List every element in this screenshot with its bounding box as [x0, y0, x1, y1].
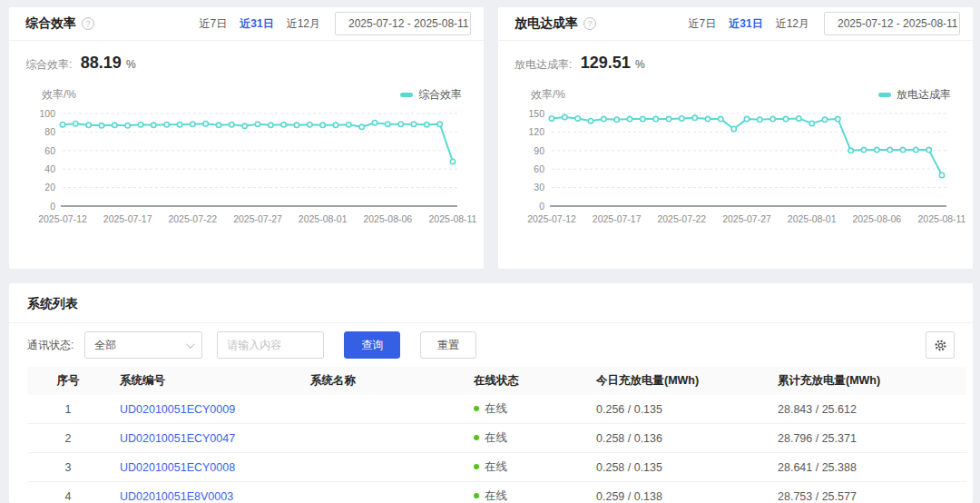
chart-cards-row: 综合效率 ? 近7日 近31日 近12月 2025-07-12 - 2025-0…	[9, 7, 973, 269]
system-list-title: 系统列表	[27, 296, 78, 311]
help-icon[interactable]: ?	[82, 17, 94, 30]
stat-label: 放电达成率:	[514, 58, 572, 71]
system-list-title-row: 系统列表	[9, 283, 973, 323]
svg-text:2025-07-27: 2025-07-27	[233, 213, 282, 224]
system-code-link[interactable]: UD02010051ECY0009	[120, 403, 235, 416]
efficiency-stat-line: 综合效率: 88.19 %	[9, 41, 484, 76]
discharge-legend-item[interactable]: 放电达成率	[878, 87, 951, 103]
column-header: 系统编号	[109, 367, 299, 395]
tab-last-7-days[interactable]: 近7日	[200, 16, 228, 32]
system-code-link[interactable]: UD02010051ECY0008	[120, 461, 235, 474]
tab-last-12-months[interactable]: 近12月	[287, 16, 320, 32]
svg-text:2025-08-06: 2025-08-06	[363, 213, 412, 224]
efficiency-card: 综合效率 ? 近7日 近31日 近12月 2025-07-12 - 2025-0…	[9, 7, 484, 269]
legend-label: 综合效率	[418, 87, 462, 103]
svg-text:100: 100	[39, 108, 55, 119]
efficiency-card-title: 综合效率	[25, 15, 76, 32]
system-code-cell: UD02010051ECY0009	[109, 395, 299, 424]
system-table: 序号系统编号系统名称在线状态今日充放电量(MWh)累计充放电量(MWh) 1UD…	[27, 367, 966, 503]
row-index: 3	[27, 453, 109, 482]
svg-text:2025-08-11: 2025-08-11	[918, 213, 966, 224]
svg-text:40: 40	[44, 163, 55, 174]
today-energy-cell: 0.258 / 0.136	[585, 424, 767, 453]
tab-last-31-days[interactable]: 近31日	[240, 16, 273, 32]
svg-text:2025-07-17: 2025-07-17	[593, 213, 642, 224]
discharge-card-header: 放电达成率 ? 近7日 近31日 近12月 2025-07-12 - 2025-…	[498, 7, 973, 41]
svg-text:30: 30	[534, 182, 544, 192]
svg-text:2025-08-01: 2025-08-01	[788, 213, 837, 224]
system-code-link[interactable]: UD02010051E8V0003	[120, 490, 233, 503]
stat-unit: %	[635, 58, 645, 71]
comm-status-label: 通讯状态:	[27, 338, 74, 353]
stat-value: 88.19	[81, 54, 122, 72]
today-energy-cell: 0.259 / 0.138	[585, 482, 767, 503]
system-table-header-row: 序号系统编号系统名称在线状态今日充放电量(MWh)累计充放电量(MWh)	[27, 367, 966, 395]
system-name-cell	[299, 424, 463, 453]
help-icon[interactable]: ?	[583, 17, 596, 30]
column-header: 系统名称	[299, 367, 463, 395]
system-table-body: 1UD02010051ECY0009在线0.256 / 0.13528.843 …	[27, 395, 966, 503]
svg-text:2025-07-22: 2025-07-22	[657, 213, 706, 224]
online-status-dot	[474, 464, 479, 469]
column-header: 累计充放电量(MWh)	[767, 367, 966, 395]
svg-text:2025-08-11: 2025-08-11	[429, 213, 477, 224]
online-status-dot	[474, 406, 479, 411]
discharge-range-tabs: 近7日 近31日 近12月	[689, 16, 809, 32]
stat-value: 129.51	[581, 54, 631, 72]
tab-last-7-days[interactable]: 近7日	[689, 16, 717, 32]
table-row: 1UD02010051ECY0009在线0.256 / 0.13528.843 …	[27, 395, 966, 424]
svg-text:90: 90	[534, 145, 544, 156]
comm-status-select[interactable]: 全部	[84, 331, 202, 359]
online-status-cell: 在线	[463, 424, 585, 453]
table-row: 2UD02010051ECY0047在线0.258 / 0.13628.796 …	[27, 424, 966, 453]
legend-marker	[400, 93, 413, 97]
chevron-down-icon	[186, 340, 195, 349]
today-energy-cell: 0.258 / 0.135	[585, 453, 767, 482]
svg-text:2025-07-22: 2025-07-22	[168, 213, 217, 224]
column-settings-button[interactable]	[926, 331, 955, 359]
svg-text:2025-07-17: 2025-07-17	[103, 213, 152, 224]
online-status-dot	[474, 435, 479, 440]
discharge-chart-meta: 效率/% 放电达成率	[498, 76, 973, 103]
svg-text:120: 120	[528, 126, 544, 137]
online-status-cell: 在线	[463, 482, 585, 503]
svg-text:2025-07-12: 2025-07-12	[38, 213, 87, 224]
total-energy-cell: 28.753 / 25.577	[767, 482, 966, 503]
discharge-card: 放电达成率 ? 近7日 近31日 近12月 2025-07-12 - 2025-…	[498, 7, 973, 269]
tab-last-12-months[interactable]: 近12月	[776, 16, 809, 32]
legend-label: 放电达成率	[897, 87, 951, 103]
tab-last-31-days[interactable]: 近31日	[729, 16, 762, 32]
search-input[interactable]	[217, 331, 324, 359]
total-energy-cell: 28.796 / 25.371	[767, 424, 966, 453]
system-code-link[interactable]: UD02010051ECY0047	[120, 432, 235, 445]
system-name-cell	[299, 482, 463, 503]
svg-text:2025-07-12: 2025-07-12	[527, 213, 576, 224]
efficiency-card-header: 综合效率 ? 近7日 近31日 近12月 2025-07-12 - 2025-0…	[9, 7, 484, 41]
svg-text:0: 0	[539, 201, 544, 212]
query-button[interactable]: 查询	[344, 331, 400, 359]
discharge-stat-line: 放电达成率: 129.51 %	[498, 41, 973, 76]
dashboard-page: 综合效率 ? 近7日 近31日 近12月 2025-07-12 - 2025-0…	[0, 0, 980, 503]
online-status-dot	[474, 493, 479, 498]
row-index: 4	[27, 482, 109, 503]
svg-text:150: 150	[528, 108, 544, 119]
system-list-card: 系统列表 通讯状态: 全部 查询 重置 序号系统编号系统名称在线	[9, 283, 973, 503]
system-name-cell	[299, 453, 463, 482]
system-name-cell	[299, 395, 463, 424]
online-status-cell: 在线	[463, 395, 585, 424]
discharge-date-range-picker[interactable]: 2025-07-12 - 2025-08-11	[824, 12, 960, 35]
system-code-cell: UD02010051ECY0008	[109, 453, 299, 482]
svg-text:2025-08-06: 2025-08-06	[852, 213, 901, 224]
reset-button[interactable]: 重置	[420, 331, 476, 359]
efficiency-legend-item[interactable]: 综合效率	[400, 87, 462, 103]
efficiency-line-chart[interactable]: 0204060801002025-07-122025-07-172025-07-…	[26, 104, 466, 233]
table-row: 4UD02010051E8V0003在线0.259 / 0.13828.753 …	[27, 482, 966, 503]
efficiency-range-tabs: 近7日 近31日 近12月	[200, 16, 320, 32]
efficiency-date-range-picker[interactable]: 2025-07-12 - 2025-08-11	[335, 12, 471, 35]
system-code-cell: UD02010051E8V0003	[109, 482, 299, 503]
svg-text:2025-08-01: 2025-08-01	[299, 213, 348, 224]
svg-text:60: 60	[534, 163, 544, 174]
stat-unit: %	[126, 58, 136, 71]
discharge-line-chart[interactable]: 03060901201502025-07-122025-07-172025-07…	[515, 104, 956, 233]
efficiency-chart-meta: 效率/% 综合效率	[9, 76, 484, 103]
